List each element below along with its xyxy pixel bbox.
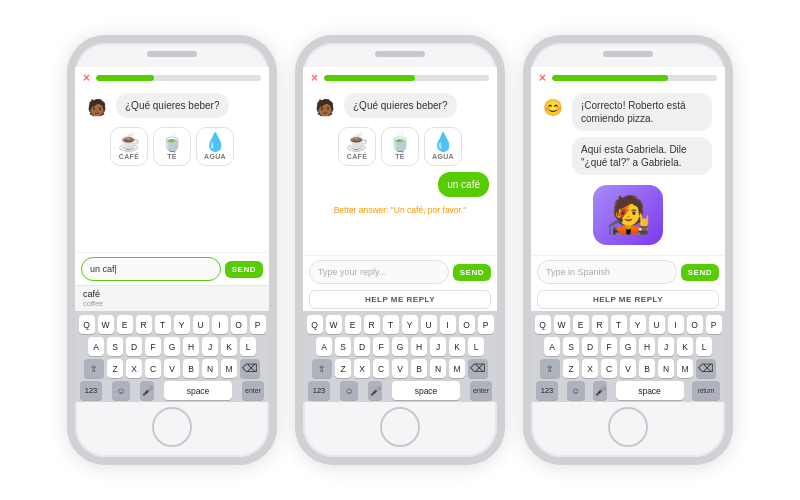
- key-z-3[interactable]: Z: [563, 359, 579, 378]
- enter-key-2[interactable]: enter: [470, 381, 492, 400]
- key-u-1[interactable]: U: [193, 315, 209, 334]
- send-button-1[interactable]: SEND: [225, 261, 263, 278]
- key-p-3[interactable]: P: [706, 315, 722, 334]
- key-w-3[interactable]: W: [554, 315, 570, 334]
- key-m-2[interactable]: M: [449, 359, 465, 378]
- key-w-1[interactable]: W: [98, 315, 114, 334]
- option-agua-2[interactable]: 💧 AGUA: [424, 127, 462, 166]
- key-o-3[interactable]: O: [687, 315, 703, 334]
- key-h-1[interactable]: H: [183, 337, 199, 356]
- key-a-3[interactable]: A: [544, 337, 560, 356]
- key-h-2[interactable]: H: [411, 337, 427, 356]
- send-button-3[interactable]: SEND: [681, 264, 719, 281]
- key-g-1[interactable]: G: [164, 337, 180, 356]
- key-v-1[interactable]: V: [164, 359, 180, 378]
- key-b-2[interactable]: B: [411, 359, 427, 378]
- option-cafe-2[interactable]: ☕ CAFÉ: [338, 127, 376, 166]
- reply-input-1[interactable]: un caf|: [81, 257, 221, 281]
- key-j-3[interactable]: J: [658, 337, 674, 356]
- key-i-1[interactable]: I: [212, 315, 228, 334]
- key-t-2[interactable]: T: [383, 315, 399, 334]
- key-v-2[interactable]: V: [392, 359, 408, 378]
- key-j-2[interactable]: J: [430, 337, 446, 356]
- key-z-1[interactable]: Z: [107, 359, 123, 378]
- key-d-2[interactable]: D: [354, 337, 370, 356]
- key-r-1[interactable]: R: [136, 315, 152, 334]
- key-c-2[interactable]: C: [373, 359, 389, 378]
- key-p-1[interactable]: P: [250, 315, 266, 334]
- emoji-key-1[interactable]: ☺: [112, 381, 130, 400]
- key-o-1[interactable]: O: [231, 315, 247, 334]
- key-e-2[interactable]: E: [345, 315, 361, 334]
- delete-key-2[interactable]: ⌫: [468, 359, 488, 378]
- shift-key-1[interactable]: ⇧: [84, 359, 104, 378]
- key-d-3[interactable]: D: [582, 337, 598, 356]
- num-key-1[interactable]: 123: [80, 381, 102, 400]
- key-n-2[interactable]: N: [430, 359, 446, 378]
- key-t-3[interactable]: T: [611, 315, 627, 334]
- key-o-2[interactable]: O: [459, 315, 475, 334]
- return-key-3[interactable]: return: [692, 381, 720, 400]
- space-key-3[interactable]: space: [616, 381, 684, 400]
- enter-key-1[interactable]: enter: [242, 381, 264, 400]
- key-b-3[interactable]: B: [639, 359, 655, 378]
- space-key-1[interactable]: space: [164, 381, 232, 400]
- key-s-1[interactable]: S: [107, 337, 123, 356]
- help-me-reply-2[interactable]: Help Me Reply: [309, 290, 491, 309]
- key-i-2[interactable]: I: [440, 315, 456, 334]
- key-n-1[interactable]: N: [202, 359, 218, 378]
- key-g-3[interactable]: G: [620, 337, 636, 356]
- key-e-1[interactable]: E: [117, 315, 133, 334]
- key-y-1[interactable]: Y: [174, 315, 190, 334]
- key-g-2[interactable]: G: [392, 337, 408, 356]
- key-y-2[interactable]: Y: [402, 315, 418, 334]
- key-q-3[interactable]: Q: [535, 315, 551, 334]
- close-icon-3[interactable]: ×: [539, 72, 546, 84]
- key-i-3[interactable]: I: [668, 315, 684, 334]
- key-l-3[interactable]: L: [696, 337, 712, 356]
- key-s-3[interactable]: S: [563, 337, 579, 356]
- key-v-3[interactable]: V: [620, 359, 636, 378]
- key-w-2[interactable]: W: [326, 315, 342, 334]
- key-u-3[interactable]: U: [649, 315, 665, 334]
- key-r-3[interactable]: R: [592, 315, 608, 334]
- key-m-1[interactable]: M: [221, 359, 237, 378]
- key-k-2[interactable]: K: [449, 337, 465, 356]
- reply-input-2[interactable]: Type your reply...: [309, 260, 449, 284]
- key-e-3[interactable]: E: [573, 315, 589, 334]
- key-s-2[interactable]: S: [335, 337, 351, 356]
- key-x-2[interactable]: X: [354, 359, 370, 378]
- key-q-1[interactable]: Q: [79, 315, 95, 334]
- send-button-2[interactable]: SEND: [453, 264, 491, 281]
- key-b-1[interactable]: B: [183, 359, 199, 378]
- space-key-2[interactable]: space: [392, 381, 460, 400]
- key-f-3[interactable]: F: [601, 337, 617, 356]
- option-te-2[interactable]: 🍵 TÉ: [381, 127, 419, 166]
- key-l-2[interactable]: L: [468, 337, 484, 356]
- shift-key-3[interactable]: ⇧: [540, 359, 560, 378]
- num-key-2[interactable]: 123: [308, 381, 330, 400]
- key-f-1[interactable]: F: [145, 337, 161, 356]
- key-u-2[interactable]: U: [421, 315, 437, 334]
- close-icon-1[interactable]: ×: [83, 72, 90, 84]
- key-t-1[interactable]: T: [155, 315, 171, 334]
- option-agua-1[interactable]: 💧 AGUA: [196, 127, 234, 166]
- key-z-2[interactable]: Z: [335, 359, 351, 378]
- key-c-1[interactable]: C: [145, 359, 161, 378]
- option-te-1[interactable]: 🍵 TÉ: [153, 127, 191, 166]
- delete-key-1[interactable]: ⌫: [240, 359, 260, 378]
- key-n-3[interactable]: N: [658, 359, 674, 378]
- key-m-3[interactable]: M: [677, 359, 693, 378]
- key-q-2[interactable]: Q: [307, 315, 323, 334]
- reply-input-3[interactable]: Type in Spanish: [537, 260, 677, 284]
- key-k-3[interactable]: K: [677, 337, 693, 356]
- help-me-reply-3[interactable]: HELP ME REPLY: [537, 290, 719, 309]
- option-cafe-1[interactable]: ☕ CAFÉ: [110, 127, 148, 166]
- mic-key-3[interactable]: 🎤: [593, 381, 607, 400]
- key-a-1[interactable]: A: [88, 337, 104, 356]
- key-a-2[interactable]: A: [316, 337, 332, 356]
- emoji-key-3[interactable]: ☺: [567, 381, 585, 400]
- key-h-3[interactable]: H: [639, 337, 655, 356]
- key-x-1[interactable]: X: [126, 359, 142, 378]
- autocomplete-1[interactable]: café coffee: [75, 285, 269, 311]
